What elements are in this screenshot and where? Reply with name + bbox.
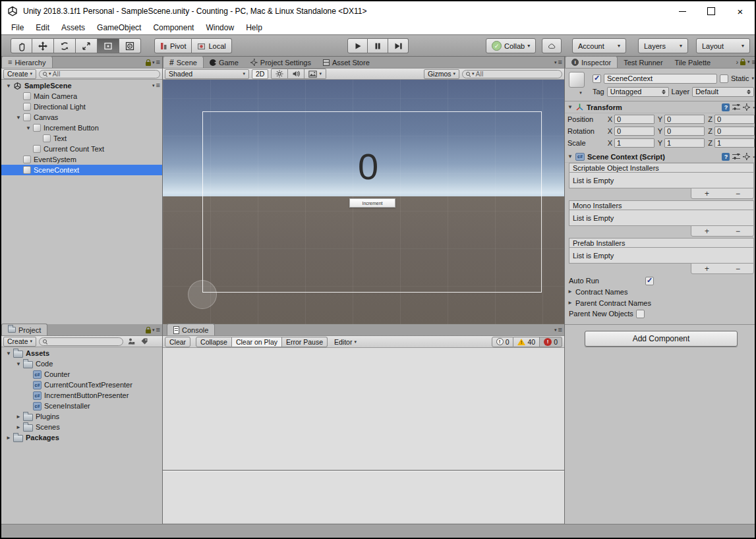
hand-tool-button[interactable]: [11, 38, 32, 53]
panel-menu-icon[interactable]: ≡: [156, 59, 160, 66]
pivot-toggle-button[interactable]: Pivot: [154, 38, 192, 53]
preset-icon[interactable]: [732, 154, 740, 160]
gameobject-name-field[interactable]: SceneContext: [604, 74, 717, 84]
hierarchy-item-canvas[interactable]: ▼ Canvas: [1, 112, 162, 123]
hierarchy-create-button[interactable]: Create ▾: [3, 69, 36, 79]
list-header[interactable]: Mono Installers: [569, 200, 754, 210]
tab-project-settings[interactable]: Project Settings: [245, 57, 317, 68]
project-item-incrementbuttonpresenter[interactable]: c# IncrementButtonPresenter: [1, 390, 162, 401]
tab-console[interactable]: Console: [167, 324, 215, 335]
local-toggle-button[interactable]: Local: [192, 38, 231, 53]
transform-component-header[interactable]: ▼ Transform ? ▾: [565, 101, 756, 113]
add-component-button[interactable]: Add Component: [585, 331, 738, 347]
shading-mode-dropdown[interactable]: Shaded ▾: [165, 69, 249, 79]
rotation-x-field[interactable]: 0: [614, 127, 654, 136]
anchor-gizmo-circle[interactable]: [188, 280, 217, 309]
add-element-button[interactable]: +: [691, 264, 722, 273]
hierarchy-item-scenecontext[interactable]: SceneContext: [1, 165, 162, 175]
menu-window[interactable]: Window: [200, 21, 240, 34]
scene-lighting-button[interactable]: [271, 69, 288, 79]
gear-icon[interactable]: [743, 153, 750, 160]
rotation-z-field[interactable]: 0: [714, 127, 755, 136]
console-clear-on-play-toggle[interactable]: Clear on Play: [232, 337, 282, 347]
collab-dropdown[interactable]: ✓ Collab ▾: [486, 38, 536, 53]
remove-element-button[interactable]: −: [722, 188, 753, 198]
scene-context-component-header[interactable]: ▼ c# Scene Context (Script) ? ▾: [565, 151, 756, 163]
project-item-currentcounttextpresenter[interactable]: c# CurrentCountTextPresenter: [1, 380, 162, 390]
layout-dropdown[interactable]: Layout ▾: [696, 38, 750, 53]
rotate-tool-button[interactable]: [54, 38, 76, 53]
minimize-button[interactable]: [668, 1, 697, 21]
console-error-count[interactable]: ! 0: [540, 337, 562, 347]
project-create-button[interactable]: Create ▾: [3, 337, 36, 347]
list-header[interactable]: Prefab Installers: [569, 238, 754, 248]
lock-icon[interactable]: [146, 329, 151, 333]
scale-tool-button[interactable]: [76, 38, 98, 53]
active-checkbox[interactable]: [593, 74, 601, 83]
rect-tool-button[interactable]: [98, 38, 119, 53]
contract-names-foldout[interactable]: ► Contract Names: [565, 286, 756, 297]
project-search-input[interactable]: [39, 337, 123, 346]
expand-arrow-icon[interactable]: ▼: [4, 83, 13, 89]
2d-toggle-button[interactable]: 2D: [252, 69, 268, 79]
console-clear-button[interactable]: Clear: [165, 337, 190, 347]
menu-file[interactable]: File: [5, 21, 30, 34]
expand-arrow-icon[interactable]: ▼: [14, 361, 23, 367]
hierarchy-item-main-camera[interactable]: Main Camera: [1, 91, 162, 101]
panel-menu-icon[interactable]: ≡: [156, 326, 160, 333]
menu-component[interactable]: Component: [147, 21, 200, 34]
scale-y-field[interactable]: 1: [664, 138, 705, 148]
scale-x-field[interactable]: 1: [614, 138, 654, 148]
gizmos-dropdown[interactable]: Gizmos ▾: [424, 69, 459, 79]
static-checkbox[interactable]: [720, 74, 728, 83]
transform-tool-button[interactable]: [119, 38, 141, 53]
gameobject-preview-icon[interactable]: [569, 72, 585, 88]
position-y-field[interactable]: 0: [664, 115, 705, 124]
project-item-packages[interactable]: ► Packages: [1, 432, 162, 443]
add-element-button[interactable]: +: [691, 226, 722, 236]
increment-button-preview[interactable]: Increment: [349, 198, 395, 208]
tag-dropdown[interactable]: Untagged: [607, 87, 669, 97]
menu-help[interactable]: Help: [240, 21, 268, 34]
search-by-type-button[interactable]: [126, 336, 136, 347]
project-item-assets[interactable]: ▼ Assets: [1, 348, 162, 358]
expand-arrow-icon[interactable]: ►: [14, 424, 23, 430]
maximize-button[interactable]: [697, 1, 726, 21]
tab-overflow-icon[interactable]: ›: [736, 58, 738, 66]
hierarchy-item-eventsystem[interactable]: EventSystem: [1, 154, 162, 165]
add-element-button[interactable]: +: [691, 188, 722, 198]
tab-project[interactable]: Project: [1, 324, 47, 335]
hierarchy-item-text[interactable]: Text: [1, 133, 162, 144]
tab-tile-palette[interactable]: Tile Palette: [669, 57, 711, 68]
project-item-counter[interactable]: c# Counter: [1, 369, 162, 380]
console-detail-area[interactable]: [163, 471, 564, 523]
console-editor-dropdown[interactable]: Editor ▾: [330, 337, 361, 347]
move-tool-button[interactable]: [32, 38, 54, 53]
gear-icon[interactable]: [743, 103, 750, 111]
remove-element-button[interactable]: −: [722, 264, 753, 273]
help-icon[interactable]: ?: [722, 153, 730, 161]
console-collapse-toggle[interactable]: Collapse: [196, 337, 232, 347]
preset-icon[interactable]: [732, 104, 740, 111]
scene-effects-dropdown[interactable]: ▾: [305, 69, 326, 79]
menu-edit[interactable]: Edit: [30, 21, 55, 34]
close-button[interactable]: ×: [726, 1, 755, 21]
parent-contract-names-foldout[interactable]: ► Parent Contract Names: [565, 297, 756, 308]
cloud-button[interactable]: [542, 38, 562, 53]
tab-test-runner[interactable]: Test Runner: [618, 57, 668, 68]
scene-search-input[interactable]: ▾ All: [462, 70, 562, 78]
expand-arrow-icon[interactable]: ▼: [4, 351, 13, 356]
hierarchy-item-samplescene[interactable]: ▼ SampleScene ▾≡: [1, 80, 162, 91]
account-dropdown[interactable]: Account ▾: [572, 38, 626, 53]
scene-audio-button[interactable]: [288, 69, 305, 79]
tab-scene[interactable]: # Scene: [163, 56, 204, 68]
tab-game[interactable]: Game: [204, 57, 245, 68]
static-dropdown-icon[interactable]: ▾: [751, 76, 754, 81]
play-button[interactable]: [347, 38, 368, 53]
list-header[interactable]: Scriptable Object Installers: [569, 163, 754, 173]
layers-dropdown[interactable]: Layers ▾: [638, 38, 688, 53]
expand-arrow-icon[interactable]: ▼: [567, 154, 573, 159]
menu-assets[interactable]: Assets: [55, 21, 91, 34]
expand-arrow-icon[interactable]: ►: [4, 435, 13, 441]
position-x-field[interactable]: 0: [614, 115, 654, 124]
